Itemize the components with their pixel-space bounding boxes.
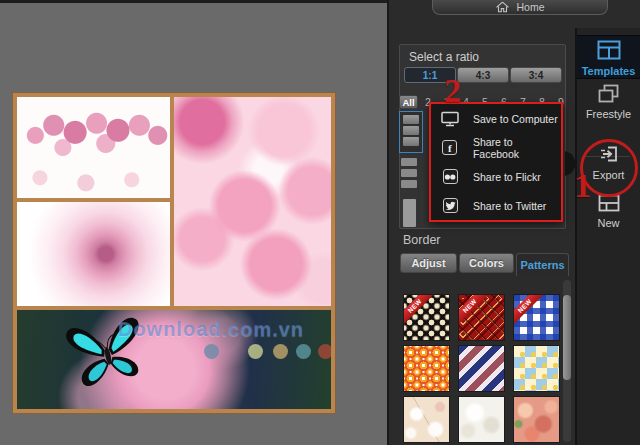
- tab-patterns[interactable]: Patterns: [516, 253, 569, 276]
- sidebar-item-templates[interactable]: Templates: [577, 35, 640, 79]
- watermark-dot: [318, 344, 331, 359]
- border-section-title: Border: [403, 233, 441, 247]
- watermark-dot: [204, 344, 219, 359]
- thumb-bar: [403, 126, 419, 135]
- pattern-swatch-polka[interactable]: NEW: [404, 295, 449, 340]
- pattern-swatch-stripes[interactable]: [459, 346, 504, 391]
- flickr-icon: [441, 169, 459, 184]
- pattern-swatch-star-check[interactable]: [514, 346, 559, 391]
- mode-sidebar: Templates Freestyle Export: [577, 28, 640, 445]
- ratio-button-4-3[interactable]: 4:3: [457, 67, 509, 83]
- filter-all-button[interactable]: All: [399, 95, 418, 109]
- menu-item-label: Share to Facebook: [473, 136, 561, 160]
- pattern-swatch-white-floral[interactable]: [459, 397, 504, 442]
- collage-photo-butterfly[interactable]: Download.com.vn: [17, 310, 331, 409]
- sidebar-item-label: Freestyle: [577, 108, 640, 120]
- template-thumbnail[interactable]: [403, 199, 416, 227]
- ratio-button-3-4[interactable]: 3:4: [510, 67, 562, 83]
- menu-item-label: Save to Computer: [473, 113, 558, 125]
- annotation-step-2: 2: [444, 72, 461, 110]
- new-badge: NEW: [459, 295, 491, 327]
- pattern-swatch-tartan[interactable]: NEW: [459, 295, 504, 340]
- menu-item-share-flickr[interactable]: Share to Flickr: [431, 162, 561, 191]
- site-watermark: Download.com.vn: [89, 318, 331, 341]
- freestyle-icon: [598, 84, 619, 103]
- collage-photo-rose-bouquet[interactable]: [17, 97, 170, 198]
- templates-icon: [597, 40, 621, 60]
- export-dropdown-menu: Save to Computer f Share to Facebook Sha…: [429, 102, 563, 222]
- watermark-dot: [296, 344, 311, 359]
- pattern-swatch-orange-floral[interactable]: [404, 346, 449, 391]
- menu-item-label: Share to Flickr: [473, 171, 541, 183]
- watermark-dot: [273, 344, 288, 359]
- canvas-workspace: Download.com.vn: [0, 0, 387, 445]
- annotation-step-1: 1: [574, 167, 591, 205]
- twitter-icon: [441, 198, 459, 213]
- thumb-bar: [401, 169, 417, 177]
- pattern-swatch-gingham[interactable]: NEW: [514, 295, 559, 340]
- collage-photo-rose-petals[interactable]: [174, 97, 331, 306]
- home-button-label: Home: [516, 1, 544, 13]
- tab-adjust[interactable]: Adjust: [400, 253, 457, 273]
- home-icon: [495, 1, 510, 13]
- facebook-icon: f: [441, 140, 459, 155]
- menu-item-share-twitter[interactable]: Share to Twitter: [431, 191, 561, 220]
- collage-app-window: Download.com.vn Templates: [0, 0, 640, 445]
- top-border-strip: [0, 0, 387, 3]
- sidebar-item-label: New: [577, 217, 640, 229]
- thumb-bar: [403, 137, 419, 146]
- sidebar-item-label: Templates: [577, 65, 640, 77]
- collage-canvas[interactable]: Download.com.vn: [13, 93, 335, 413]
- menu-item-share-facebook[interactable]: f Share to Facebook: [431, 133, 561, 162]
- template-thumbnail-selected[interactable]: [399, 111, 423, 153]
- watermark-dot: [248, 344, 263, 359]
- menu-item-label: Share to Twitter: [473, 200, 546, 212]
- home-button[interactable]: Home: [432, 0, 608, 15]
- ratio-section-title: Select a ratio: [409, 50, 479, 64]
- collage-photo-rose-closeup[interactable]: [17, 202, 170, 306]
- sidebar-item-freestyle[interactable]: Freestyle: [577, 84, 640, 116]
- pattern-swatch-sakura[interactable]: [404, 397, 449, 442]
- thumb-bar: [401, 158, 417, 166]
- template-thumbnail[interactable]: [401, 158, 423, 191]
- thumb-bar: [401, 180, 417, 188]
- pattern-swatch-coral-floral[interactable]: [514, 397, 559, 442]
- new-badge: NEW: [514, 295, 546, 327]
- monitor-icon: [441, 111, 459, 127]
- thumb-bar: [403, 115, 419, 124]
- patterns-scrollbar-thumb[interactable]: [563, 295, 571, 380]
- new-badge: NEW: [404, 295, 436, 327]
- tab-colors[interactable]: Colors: [459, 253, 514, 273]
